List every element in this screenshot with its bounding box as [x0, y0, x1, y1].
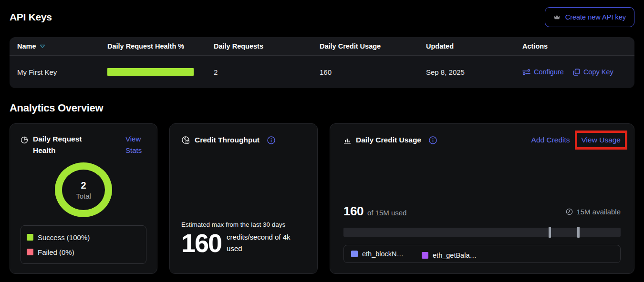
column-header-daily-credit-usage: Daily Credit Usage [320, 42, 426, 50]
throughput-subtitle: Estimated max from the last 30 days [181, 221, 306, 228]
credits-used-suffix: of 15M used [367, 209, 407, 217]
credit-usage-summary: 160 of 15M used 15M available [343, 204, 621, 219]
view-stats-link[interactable]: View Stats [125, 133, 146, 156]
analytics-title: Analytics Overview [10, 102, 634, 114]
eth-blocknumber-swatch [351, 251, 358, 257]
column-header-updated: Updated [426, 42, 522, 50]
dashboard-page: API Keys Create new API key Name Daily R… [0, 0, 644, 282]
analytics-cards: Daily Request Health View Stats 2 Total … [10, 123, 634, 274]
copy-icon [573, 69, 580, 76]
configure-label: Configure [534, 68, 564, 76]
daily-credit-usage-title: Daily Credit Usage [356, 134, 421, 146]
credits-available-label: 15M available [576, 208, 621, 216]
column-header-actions: Actions [522, 42, 627, 50]
sliders-icon [522, 69, 530, 75]
copy-key-button[interactable]: Copy Key [573, 68, 613, 76]
eth-blocknumber-label: eth_blockN… [362, 250, 404, 258]
failed-swatch [27, 249, 33, 255]
credit-usage-links: Add Credits View Usage [531, 136, 621, 144]
eth-getbalance-label: eth_getBala… [433, 252, 477, 259]
create-api-key-label: Create new API key [565, 13, 626, 21]
legend-item-failed: Failed (0%) [27, 246, 140, 258]
credit-throughput-card: Credit Throughput Estimated max from the… [169, 123, 318, 274]
legend-failed-label: Failed (0%) [38, 248, 74, 256]
meter-clock-icon [566, 208, 573, 215]
credit-usage-legend: eth_blockN… eth_getBala… [343, 245, 621, 263]
view-usage-wrapper: View Usage [582, 136, 621, 144]
success-swatch [27, 234, 33, 241]
api-key-name: My First Key [17, 68, 107, 76]
throughput-value-row: 160 credits/second of 4k used [181, 229, 306, 263]
daily-credit-usage-card: Daily Credit Usage Add Credits View Usag… [330, 123, 634, 274]
throughput-unit: credits/second of 4k used [227, 232, 303, 254]
api-keys-table: Name Daily Request Health % Daily Reques… [10, 37, 634, 88]
daily-credit-usage-value: 160 [320, 68, 426, 76]
credit-throughput-header: Credit Throughput [181, 134, 306, 146]
table-row: My First Key 2 160 Sep 8, 2025 Configure [10, 56, 634, 88]
configure-button[interactable]: Configure [522, 68, 564, 76]
crown-icon [553, 14, 561, 20]
bar-chart-icon [343, 137, 351, 144]
gauge-icon [181, 136, 190, 144]
daily-credit-usage-header: Daily Credit Usage Add Credits View Usag… [343, 134, 621, 146]
sort-descending-icon[interactable] [40, 44, 45, 49]
throughput-value: 160 [181, 229, 221, 257]
table-header-row: Name Daily Request Health % Daily Reques… [10, 37, 634, 56]
legend-success-label: Success (100%) [38, 233, 90, 242]
daily-request-health-header: Daily Request Health View Stats [21, 133, 146, 156]
column-header-daily-requests: Daily Requests [214, 42, 320, 50]
donut-total-label: Total [76, 192, 91, 200]
daily-request-health-card: Daily Request Health View Stats 2 Total … [10, 123, 157, 274]
row-actions: Configure Copy Key [522, 68, 627, 76]
credit-usage-progress-bar [343, 228, 621, 237]
health-bar-fill [107, 68, 194, 76]
request-health-donut-chart: 2 Total [55, 162, 112, 217]
api-keys-header: API Keys Create new API key [10, 0, 634, 27]
create-api-key-button[interactable]: Create new API key [545, 7, 634, 27]
info-icon[interactable] [267, 136, 275, 144]
daily-request-health-title: Daily Request Health [33, 133, 91, 156]
donut-total-value: 2 [81, 180, 86, 191]
pie-chart-icon [21, 136, 28, 156]
credits-available: 15M available [566, 208, 621, 216]
credits-used-value: 160 [343, 204, 364, 219]
daily-requests-value: 2 [214, 68, 320, 76]
column-header-health: Daily Request Health % [107, 42, 214, 50]
copy-key-label: Copy Key [583, 68, 613, 76]
updated-value: Sep 8, 2025 [426, 68, 522, 76]
legend-item-success: Success (100%) [27, 231, 140, 243]
request-health-legend: Success (100%) Failed (0%) [21, 225, 146, 264]
add-credits-link[interactable]: Add Credits [531, 136, 570, 144]
progress-tick [549, 227, 551, 238]
legend-item-eth-getbalance: eth_getBala… [422, 252, 477, 259]
eth-getbalance-swatch [422, 252, 428, 259]
credit-throughput-title: Credit Throughput [195, 134, 260, 146]
column-header-name[interactable]: Name [17, 42, 107, 50]
legend-item-eth-blocknumber: eth_blockN… [351, 250, 404, 258]
info-icon[interactable] [429, 136, 437, 144]
view-usage-link[interactable]: View Usage [582, 136, 621, 144]
health-bar [107, 68, 194, 76]
page-title: API Keys [10, 11, 52, 23]
progress-tick [577, 227, 580, 238]
